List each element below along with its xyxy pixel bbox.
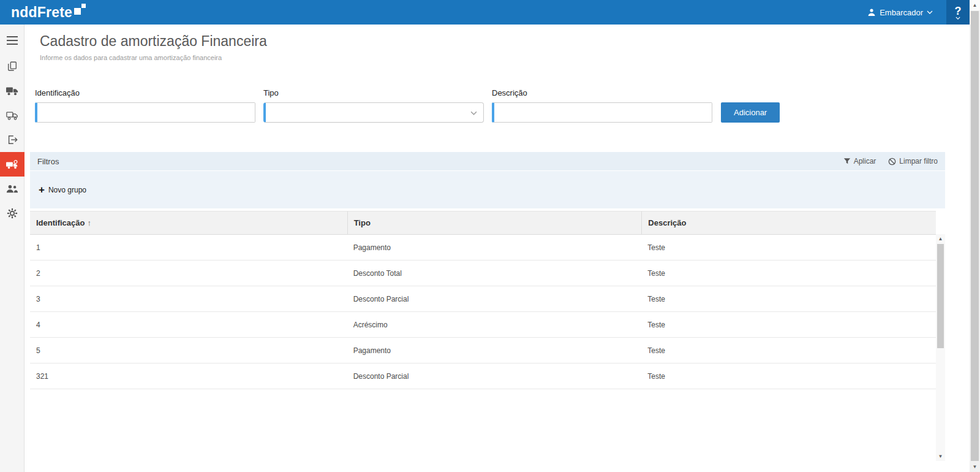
table-scrollbar-thumb[interactable] — [937, 244, 944, 348]
app-screen: nddFrete Embarcador ? — [0, 0, 980, 472]
block-circle-icon — [888, 158, 896, 166]
truck-document-icon — [6, 110, 18, 121]
table-area: Identificação ↑ Tipo Descrição 1 Pagamen… — [30, 211, 945, 389]
sidebar-item-truck-document[interactable] — [0, 103, 24, 128]
funnel-icon — [843, 158, 851, 165]
column-header-identificacao[interactable]: Identificação ↑ — [30, 211, 347, 234]
help-question-mark: ? — [955, 6, 962, 17]
descricao-input[interactable] — [492, 102, 712, 123]
column-header-label: Tipo — [354, 218, 371, 227]
table-row[interactable]: 1 Pagamento Teste — [30, 235, 936, 261]
sidebar-item-truck[interactable] — [0, 78, 24, 103]
apply-filter-button[interactable]: Aplicar — [843, 157, 876, 166]
page-scrollbar-thumb[interactable] — [971, 11, 979, 461]
identificacao-label: Identificação — [35, 88, 255, 97]
field-descricao: Descrição — [492, 88, 712, 123]
settings-gears-icon — [7, 208, 18, 219]
scroll-down-arrow-icon[interactable]: ▼ — [936, 452, 945, 461]
chevron-down-icon — [956, 17, 960, 20]
clear-filter-button[interactable]: Limpar filtro — [888, 157, 938, 166]
plus-icon: + — [39, 186, 45, 194]
filter-group-row: + Novo grupo — [30, 171, 945, 208]
sidebar-item-settings[interactable] — [0, 201, 24, 226]
chevron-down-icon — [927, 10, 933, 14]
tipo-select[interactable] — [263, 102, 484, 123]
clear-filter-label: Limpar filtro — [899, 157, 938, 166]
chevron-down-icon — [470, 111, 477, 115]
field-identificacao: Identificação — [35, 88, 255, 123]
cell-descricao: Teste — [641, 261, 936, 286]
cell-identificacao: 321 — [30, 364, 347, 389]
cell-descricao: Teste — [641, 286, 936, 311]
filters-title: Filtros — [37, 157, 59, 166]
field-tipo: Tipo — [263, 88, 484, 123]
help-button[interactable]: ? — [946, 0, 970, 25]
cell-identificacao: 4 — [30, 312, 347, 337]
cell-descricao: Teste — [641, 235, 936, 260]
user-icon — [867, 8, 876, 17]
column-header-label: Identificação — [36, 218, 85, 227]
page-scrollbar[interactable]: ▲ ▼ — [970, 0, 980, 472]
filters-actions: Aplicar Limpar filtro — [843, 157, 938, 166]
content: Identificação Tipo Descrição — [30, 88, 945, 389]
table-header-row: Identificação ↑ Tipo Descrição — [30, 211, 936, 235]
table-scrollbar[interactable]: ▲ ▼ — [936, 234, 945, 461]
cell-identificacao: 3 — [30, 286, 347, 311]
freight-money-icon — [6, 159, 18, 170]
sidebar-nav — [0, 25, 24, 472]
column-header-tipo[interactable]: Tipo — [347, 211, 642, 234]
brand-name: nddFrete — [11, 3, 72, 21]
sidebar-item-users[interactable] — [0, 177, 24, 201]
sidebar-item-freight-money[interactable] — [0, 152, 24, 177]
page-subtitle: Informe os dados para cadastrar uma amor… — [40, 54, 955, 61]
create-form: Identificação Tipo Descrição — [30, 88, 945, 123]
cell-tipo: Acréscimo — [347, 312, 642, 337]
truck-icon — [6, 86, 18, 96]
tipo-label: Tipo — [263, 88, 484, 97]
identificacao-input[interactable] — [35, 102, 255, 123]
page-title: Cadastro de amortização Financeira — [40, 32, 955, 50]
descricao-label: Descrição — [492, 88, 712, 97]
adicionar-button[interactable]: Adicionar — [721, 102, 780, 123]
table-row[interactable]: 4 Acréscimo Teste — [30, 312, 936, 338]
cell-tipo: Pagamento — [347, 338, 642, 363]
table-row[interactable]: 321 Desconto Parcial Teste — [30, 364, 936, 389]
table-row[interactable]: 3 Desconto Parcial Teste — [30, 286, 936, 312]
cell-identificacao: 1 — [30, 235, 347, 260]
brand-logo[interactable]: nddFrete — [11, 3, 86, 21]
cell-tipo: Desconto Total — [347, 261, 642, 286]
cell-identificacao: 5 — [30, 338, 347, 363]
menu-icon — [7, 36, 18, 45]
scroll-down-arrow-icon[interactable]: ▼ — [970, 462, 980, 472]
table-row[interactable]: 2 Desconto Total Teste — [30, 261, 936, 286]
cell-tipo: Desconto Parcial — [347, 286, 642, 311]
cell-descricao: Teste — [641, 312, 936, 337]
column-header-descricao[interactable]: Descrição — [641, 211, 936, 234]
results-table: Identificação ↑ Tipo Descrição 1 Pagamen… — [30, 211, 936, 389]
top-bar: nddFrete Embarcador ? — [0, 0, 970, 25]
sidebar-item-export[interactable] — [0, 128, 24, 152]
table-row[interactable]: 5 Pagamento Teste — [30, 338, 936, 364]
main-area: Cadastro de amortização Financeira Infor… — [25, 25, 970, 472]
scroll-up-arrow-icon[interactable]: ▲ — [936, 234, 945, 243]
cell-descricao: Teste — [641, 338, 936, 363]
pages-icon — [7, 61, 18, 72]
apply-filter-label: Aplicar — [854, 157, 876, 166]
users-icon — [6, 184, 18, 194]
filters-bar: Filtros Aplicar Limpar filtro — [30, 152, 945, 170]
cell-tipo: Desconto Parcial — [347, 364, 642, 389]
sidebar-item-menu[interactable] — [0, 28, 24, 53]
user-menu[interactable]: Embarcador — [867, 8, 933, 17]
cell-descricao: Teste — [641, 364, 936, 389]
export-icon — [7, 134, 18, 145]
new-group-label: Novo grupo — [48, 186, 86, 194]
column-header-label: Descrição — [648, 218, 686, 227]
sort-ascending-icon: ↑ — [87, 218, 91, 227]
cell-tipo: Pagamento — [347, 235, 642, 260]
cell-identificacao: 2 — [30, 261, 347, 286]
sidebar-item-pages[interactable] — [0, 54, 24, 78]
user-menu-label: Embarcador — [880, 8, 923, 17]
scroll-up-arrow-icon[interactable]: ▲ — [970, 0, 980, 10]
page-header: Cadastro de amortização Financeira Infor… — [25, 25, 970, 61]
new-group-button[interactable]: + Novo grupo — [39, 186, 86, 194]
